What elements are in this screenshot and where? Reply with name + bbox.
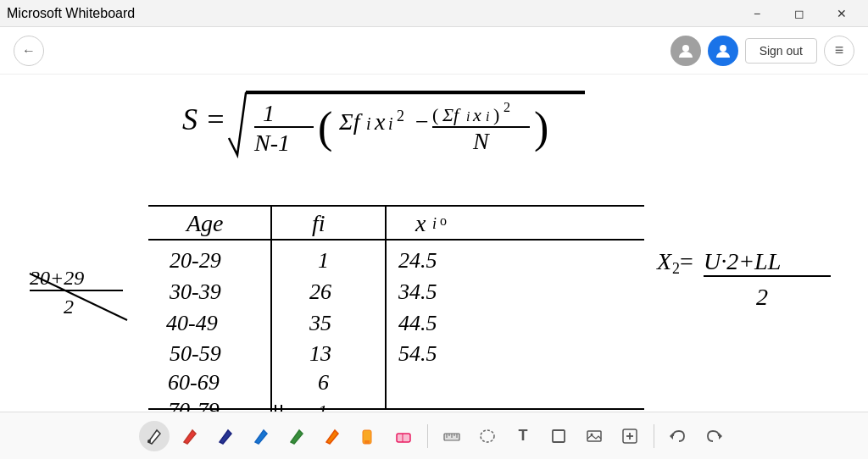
- close-button[interactable]: ✕: [822, 0, 861, 27]
- text-button[interactable]: T: [508, 421, 538, 451]
- whiteboard-svg: S = 1 N-1 ( Σf i x i 2 − ( Σf i x i ) 2 …: [0, 75, 868, 412]
- svg-text:2: 2: [64, 296, 74, 318]
- svg-text:i: i: [486, 109, 489, 124]
- svg-text:x: x: [374, 108, 386, 135]
- svg-text:30-39: 30-39: [169, 279, 221, 304]
- blue-pen-button[interactable]: [246, 421, 276, 451]
- svg-text:20-29: 20-29: [170, 248, 221, 273]
- active-pen-button[interactable]: [139, 421, 170, 451]
- shape-button[interactable]: [543, 421, 574, 451]
- svg-text:(: (: [432, 104, 438, 125]
- svg-point-74: [481, 430, 494, 442]
- svg-text:2: 2: [756, 284, 768, 310]
- svg-text:x: x: [472, 104, 481, 125]
- svg-text:x: x: [415, 210, 426, 236]
- svg-text:fi: fi: [312, 210, 326, 236]
- eraser-button[interactable]: [388, 421, 419, 451]
- image-button[interactable]: [579, 421, 609, 451]
- app-title: Microsoft Whiteboard: [7, 6, 135, 21]
- svg-text:X: X: [656, 248, 672, 274]
- svg-text:1: 1: [318, 401, 327, 412]
- svg-text:N: N: [472, 128, 490, 154]
- svg-rect-75: [553, 430, 565, 442]
- svg-text:13: 13: [309, 341, 331, 366]
- text-icon: T: [519, 427, 528, 445]
- svg-point-1: [720, 45, 726, 52]
- yellow-highlighter-button[interactable]: [353, 421, 383, 451]
- redo-button[interactable]: [698, 421, 729, 451]
- svg-text:i: i: [432, 215, 437, 232]
- svg-text:6: 6: [318, 370, 329, 395]
- svg-text:26: 26: [309, 279, 331, 304]
- undo-button[interactable]: [663, 421, 693, 451]
- menu-button[interactable]: ≡: [824, 36, 854, 66]
- svg-text:−: −: [415, 108, 429, 135]
- svg-text:44.5: 44.5: [398, 311, 437, 335]
- svg-rect-66: [397, 434, 410, 442]
- svg-text:50-59: 50-59: [170, 341, 221, 366]
- svg-text:o: o: [440, 213, 447, 228]
- svg-marker-81: [670, 433, 673, 440]
- svg-text:i: i: [388, 114, 393, 133]
- back-button[interactable]: ←: [14, 36, 44, 66]
- sign-out-button[interactable]: Sign out: [745, 38, 817, 64]
- toolbar-divider-2: [654, 424, 654, 448]
- restore-button[interactable]: ◻: [780, 0, 819, 27]
- svg-text:60-69: 60-69: [168, 370, 220, 395]
- svg-text:1: 1: [318, 248, 329, 273]
- svg-marker-82: [719, 433, 722, 440]
- canvas-area[interactable]: S = 1 N-1 ( Σf i x i 2 − ( Σf i x i ) 2 …: [0, 75, 868, 412]
- svg-text:24.5: 24.5: [398, 248, 437, 273]
- orange-pen-button[interactable]: [317, 421, 348, 451]
- svg-text:): ): [493, 104, 499, 125]
- svg-text:2: 2: [504, 100, 510, 114]
- toolbar: T: [0, 412, 868, 459]
- dark-blue-pen-button[interactable]: [210, 421, 241, 451]
- titlebar-controls: − ◻ ✕: [737, 0, 861, 27]
- svg-text:(: (: [318, 103, 332, 152]
- titlebar: Microsoft Whiteboard − ◻ ✕: [0, 0, 868, 27]
- svg-point-63: [147, 440, 151, 443]
- svg-text:1: 1: [263, 100, 275, 126]
- add-button[interactable]: [615, 421, 645, 451]
- ruler-button[interactable]: [437, 421, 467, 451]
- svg-text:70-79: 70-79: [168, 398, 220, 412]
- header-right: Sign out ≡: [670, 36, 854, 66]
- svg-text:35: 35: [309, 311, 331, 335]
- svg-point-0: [682, 45, 689, 52]
- svg-text:Σf: Σf: [442, 104, 461, 125]
- green-pen-button[interactable]: [281, 421, 312, 451]
- avatar-blue[interactable]: [708, 36, 738, 66]
- svg-rect-65: [364, 440, 370, 444]
- svg-text:N-1: N-1: [253, 130, 290, 156]
- red-pen-button[interactable]: [175, 421, 205, 451]
- svg-text:40-49: 40-49: [166, 311, 218, 335]
- svg-text:34.5: 34.5: [398, 279, 437, 304]
- svg-text:2: 2: [672, 260, 680, 277]
- svg-text:S =: S =: [182, 102, 225, 136]
- svg-text:U·2+LL: U·2+LL: [704, 248, 781, 274]
- minimize-button[interactable]: −: [737, 0, 776, 27]
- lasso-button[interactable]: [472, 421, 503, 451]
- svg-text:Σf: Σf: [338, 108, 363, 135]
- svg-text:i: i: [366, 114, 371, 133]
- svg-text:Age: Age: [185, 210, 224, 236]
- svg-text:2: 2: [397, 108, 404, 124]
- svg-text:i: i: [466, 109, 470, 124]
- avatar-gray[interactable]: [670, 36, 701, 66]
- header: ← Sign out ≡: [0, 27, 868, 75]
- toolbar-divider-1: [427, 424, 428, 448]
- svg-text:=: =: [680, 248, 693, 274]
- svg-text:): ): [534, 103, 548, 152]
- svg-text:54.5: 54.5: [398, 341, 437, 366]
